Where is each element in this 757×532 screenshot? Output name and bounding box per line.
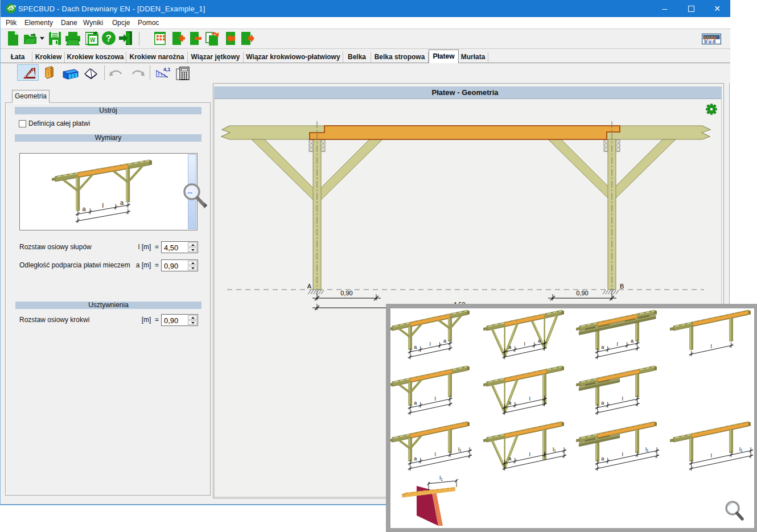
- svg-text:a: a: [538, 338, 541, 344]
- svg-text:a: a: [508, 344, 511, 350]
- svg-text:bud: bud: [704, 39, 717, 44]
- svg-text:0,90: 0,90: [340, 290, 352, 296]
- svg-text:a: a: [601, 400, 604, 406]
- svg-text:l1: l1: [645, 447, 649, 453]
- svg-text:a: a: [601, 456, 604, 461]
- svg-text:a: a: [508, 400, 511, 406]
- svg-text:l1: l1: [458, 447, 462, 453]
- svg-text:B: B: [620, 283, 624, 290]
- svg-text:a: a: [414, 456, 417, 461]
- svg-text:a: a: [601, 344, 604, 350]
- svg-text:l: l: [529, 396, 530, 402]
- svg-text:W: W: [90, 37, 96, 43]
- svg-text:l: l: [622, 452, 623, 457]
- svg-text:l: l: [617, 341, 618, 347]
- svg-text:a: a: [83, 205, 87, 212]
- svg-text:l1: l1: [439, 475, 443, 481]
- svg-text:l: l: [435, 452, 436, 457]
- svg-text:l: l: [711, 453, 712, 459]
- svg-text:l1: l1: [553, 447, 556, 453]
- svg-text:a: a: [508, 456, 511, 461]
- svg-text:l: l: [102, 202, 104, 209]
- svg-text:l: l: [529, 452, 530, 457]
- svg-text:a: a: [414, 344, 417, 350]
- svg-text:?: ?: [106, 33, 112, 44]
- svg-text:a: a: [631, 338, 633, 344]
- svg-text:EN: EN: [12, 5, 17, 8]
- svg-text:l: l: [430, 341, 431, 347]
- svg-text:l: l: [622, 396, 623, 402]
- svg-text:a: a: [414, 400, 417, 406]
- svg-text:0,90: 0,90: [576, 290, 588, 296]
- svg-text:l: l: [711, 344, 712, 349]
- svg-text:...: ...: [187, 188, 192, 195]
- svg-text:A: A: [307, 283, 312, 290]
- svg-text:a: a: [120, 199, 124, 206]
- svg-text:l1: l1: [739, 447, 743, 453]
- svg-text:l: l: [524, 341, 525, 347]
- svg-text:4,1: 4,1: [163, 67, 171, 72]
- svg-text:l: l: [435, 396, 436, 402]
- svg-text:a: a: [443, 338, 446, 344]
